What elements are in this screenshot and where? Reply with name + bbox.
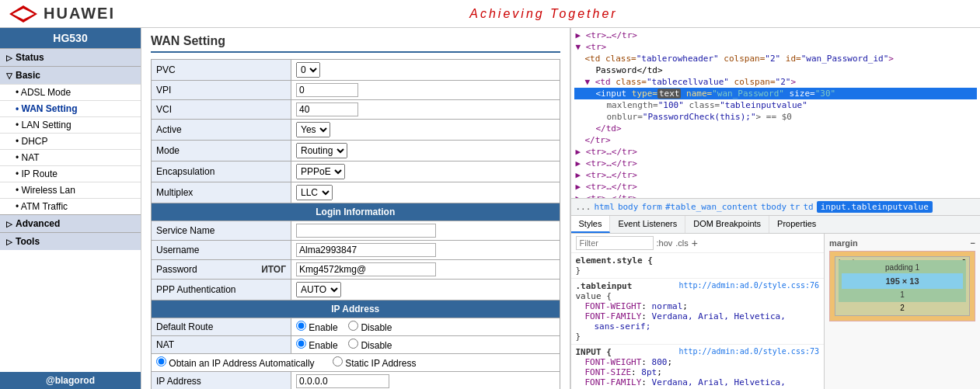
input-rule: INPUT { http://admin:ad.0/style.css:73 F… [571, 344, 825, 389]
encapsulation-value: PPPoEPPPoA [291, 162, 560, 182]
sidebar-item-wireless-lan[interactable]: • Wireless Lan [0, 182, 141, 198]
wan-setting-table: PVC 0 VPI VCI Active [151, 59, 560, 389]
vci-input[interactable] [296, 102, 358, 116]
tab-dom-breakpoints[interactable]: DOM Breakpoints [685, 216, 769, 233]
sidebar-item-nat[interactable]: • NAT [0, 149, 141, 165]
table-row: VPI [152, 81, 560, 100]
service-name-input[interactable] [296, 224, 436, 238]
bc-item[interactable]: body [618, 202, 639, 212]
tab-event-listeners[interactable]: Event Listeners [610, 216, 685, 233]
html-line: <td class="tablerowheader" colspan="2" i… [574, 53, 978, 64]
obtain-auto-radio[interactable] [156, 356, 166, 366]
password-value [291, 260, 560, 280]
obtain-auto-label[interactable]: Obtain an IP Address Automatically [156, 358, 315, 369]
active-select[interactable]: YesNo [296, 122, 330, 137]
sidebar-item-basic[interactable]: ▽ Basic [0, 66, 141, 84]
bc-item[interactable]: tr [790, 202, 800, 212]
encapsulation-select[interactable]: PPPoEPPPoA [296, 164, 345, 179]
styles-filter-input[interactable] [576, 236, 654, 250]
html-line-highlighted: <input type=text name="wan_Password" siz… [574, 88, 978, 99]
cls-button[interactable]: .cls [675, 238, 689, 248]
mode-select[interactable]: RoutingBridge [296, 143, 347, 158]
breadcrumb-bar: ... html body form #table_wan_content tb… [571, 199, 981, 216]
box-border-bottom: 2 [839, 304, 966, 312]
default-route-enable-radio[interactable] [296, 321, 306, 331]
ppp-auth-select[interactable]: AUTOPAPCHAP [296, 282, 341, 297]
bc-item[interactable]: html [594, 202, 615, 212]
sidebar-item-wan-setting[interactable]: • WAN Setting [0, 100, 141, 116]
nat-enable-radio[interactable] [296, 339, 306, 349]
input-font-size: FONT-SIZE: 8pt; [585, 367, 820, 377]
html-line: ▶ <tr>…</tr> [574, 30, 978, 41]
sidebar-item-tools[interactable]: ▷ Tools [0, 232, 141, 250]
hov-button[interactable]: :hov [657, 238, 673, 248]
ppp-auth-value: AUTOPAPCHAP [291, 280, 560, 300]
bc-item[interactable]: tbody [761, 202, 786, 212]
sidebar-item-status[interactable]: ▷ Status [0, 48, 141, 66]
nat-label: NAT [152, 336, 291, 354]
input-source-link[interactable]: http://admin:ad.0/style.css:73 [678, 347, 819, 357]
html-line: ▼ <td class="tablecellvalue" colspan="2"… [574, 76, 978, 88]
password-label: ИТОГ Password [152, 260, 291, 280]
ip-address-input[interactable] [296, 374, 389, 388]
tableinput-source-link[interactable]: http://admin:ad.0/style.css:76 [678, 281, 819, 291]
tools-label: Tools [16, 236, 40, 247]
bc-item[interactable]: #table_wan_content [665, 202, 758, 212]
styles-panel: :hov .cls + element.style { } .tableinpu… [571, 234, 825, 389]
logo-text: HUAWEI [44, 5, 115, 23]
nat-disable-label[interactable]: Disable [348, 340, 392, 351]
mode-value: RoutingBridge [291, 141, 560, 162]
html-line: Password</td> [574, 64, 978, 76]
nat-enable-label[interactable]: Enable [296, 340, 338, 351]
default-route-disable-label[interactable]: Disable [348, 322, 392, 333]
devtools-html: ▶ <tr>…</tr> ▼ <tr> <td class="tablerowh… [571, 28, 981, 199]
tableinput-selector-row: .tableinput http://admin:ad.0/style.css:… [576, 281, 820, 291]
sidebar-item-advanced[interactable]: ▷ Advanced [0, 214, 141, 232]
add-style-button[interactable]: + [692, 237, 698, 249]
obtain-ip-cell: Obtain an IP Address Automatically Stati… [152, 354, 560, 372]
table-row: Obtain an IP Address Automatically Stati… [152, 354, 560, 372]
ip-address-header: IP Address [152, 300, 560, 318]
html-line: ▼ <tr> [574, 41, 978, 53]
sidebar-item-lan-setting[interactable]: • LAN Setting [0, 116, 141, 133]
vpi-input[interactable] [296, 83, 358, 97]
bc-item[interactable]: form [641, 202, 662, 212]
basic-label: Basic [16, 70, 40, 81]
devtools-panel: ▶ <tr>…</tr> ▼ <tr> <td class="tablerowh… [570, 28, 981, 389]
sidebar-item-dhcp[interactable]: • DHCP [0, 133, 141, 149]
default-route-enable-label[interactable]: Enable [296, 322, 338, 333]
default-route-disable-radio[interactable] [348, 321, 358, 331]
sidebar-item-adsl-mode[interactable]: • ADSL Mode [0, 84, 141, 100]
html-line: ▶ <tr>…</tr> [574, 158, 978, 169]
multiplex-select[interactable]: LLCVC [296, 185, 333, 200]
pvc-select[interactable]: 0 [296, 62, 320, 78]
tab-properties[interactable]: Properties [769, 216, 824, 233]
html-line: ▶ <tr>…</tr> [574, 169, 978, 181]
sidebar-item-atm-traffic[interactable]: • ATM Traffic [0, 198, 141, 214]
default-route-value: Enable Disable [291, 318, 560, 336]
bc-highlight[interactable]: input.tableinputvalue [817, 201, 933, 213]
input-font-family: FONT-FAMILY: Verdana, Arial, Helvetica, [585, 377, 820, 387]
ip-address-header-row: IP Address [152, 300, 560, 318]
bc-item[interactable]: td [803, 202, 813, 212]
static-ip-radio[interactable] [333, 356, 343, 366]
service-name-value [291, 221, 560, 241]
static-ip-label[interactable]: Static IP Address [333, 358, 417, 369]
table-row: IP Address [152, 372, 560, 390]
password-input[interactable] [296, 262, 436, 276]
username-value [291, 241, 560, 260]
nat-disable-radio[interactable] [348, 339, 358, 349]
username-input[interactable] [296, 243, 436, 257]
password-marker: ИТОГ [261, 264, 286, 275]
ip-address-label: IP Address [152, 372, 291, 390]
sidebar-item-ip-route[interactable]: • IP Route [0, 165, 141, 182]
table-row: ИТОГ Password [152, 260, 560, 280]
vci-value [291, 100, 560, 120]
multiplex-value: LLCVC [291, 182, 560, 203]
active-label: Active [152, 120, 291, 141]
vpi-label: VPI [152, 81, 291, 100]
table-row: Service Name [152, 221, 560, 241]
tab-styles[interactable]: Styles [571, 216, 611, 233]
status-arrow-icon: ▷ [6, 54, 12, 62]
table-row: NAT Enable Disable [152, 336, 560, 354]
